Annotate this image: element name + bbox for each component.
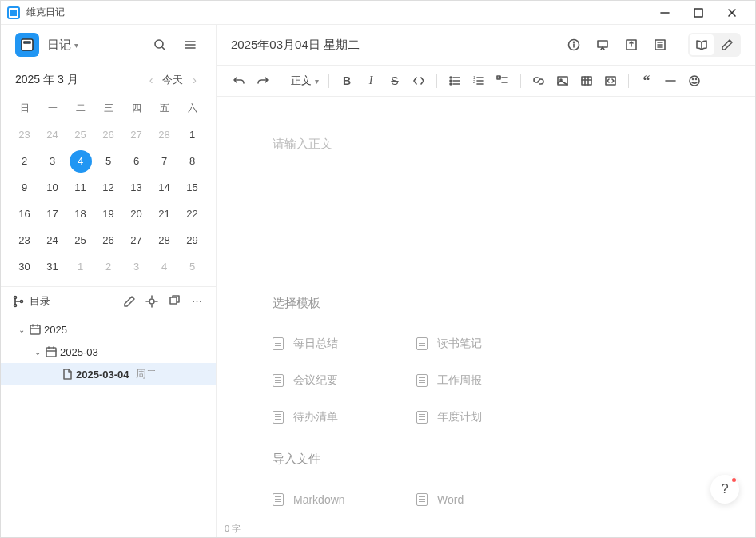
- svg-rect-1: [694, 9, 702, 17]
- calendar-day[interactable]: 28: [150, 122, 178, 148]
- import-item[interactable]: Word: [416, 481, 560, 518]
- tree-file[interactable]: 2025-03-04周二: [1, 363, 216, 385]
- calendar-day[interactable]: 30: [10, 253, 38, 280]
- calendar-day[interactable]: 28: [150, 227, 178, 253]
- calendar-day[interactable]: 25: [66, 227, 94, 253]
- view-read-button[interactable]: [690, 34, 714, 55]
- calendar-day[interactable]: 25: [66, 122, 94, 148]
- calendar-day[interactable]: 12: [94, 174, 122, 201]
- bullet-list-button[interactable]: [444, 70, 466, 92]
- calendar-day[interactable]: 2: [10, 148, 38, 174]
- calendar-day[interactable]: 8: [178, 148, 206, 174]
- calendar-day[interactable]: 21: [150, 201, 178, 227]
- help-button[interactable]: ?: [710, 475, 739, 504]
- calendar-day[interactable]: 4: [150, 253, 178, 280]
- template-item[interactable]: 每日总结: [273, 325, 416, 362]
- template-item[interactable]: 会议纪要: [273, 362, 416, 399]
- calendar-day[interactable]: 16: [10, 201, 38, 227]
- divider-button[interactable]: [659, 70, 682, 92]
- calendar-day[interactable]: 2: [94, 253, 122, 280]
- edit-button[interactable]: [121, 293, 137, 309]
- calendar-next-button[interactable]: ›: [188, 74, 201, 86]
- calendar-day[interactable]: 22: [178, 201, 206, 227]
- task-list-button[interactable]: [491, 70, 514, 92]
- calendar-day[interactable]: 7: [150, 148, 178, 174]
- calendar-day[interactable]: 29: [178, 227, 206, 253]
- copy-button[interactable]: [166, 293, 182, 309]
- calendar-day[interactable]: 11: [66, 174, 94, 201]
- calendar-day[interactable]: 4: [66, 148, 94, 174]
- codeblock-button[interactable]: [599, 70, 622, 92]
- undo-button[interactable]: [228, 70, 250, 92]
- editor-area[interactable]: 请输入正文 选择模板 每日总结读书笔记会议纪要工作周报待办清单年度计划 导入文件…: [217, 97, 755, 520]
- style-dropdown[interactable]: 正文▾: [288, 70, 322, 92]
- calendar-day[interactable]: 27: [122, 122, 150, 148]
- maximize-button[interactable]: [682, 1, 715, 25]
- calendar-day[interactable]: 3: [38, 148, 66, 174]
- view-edit-button[interactable]: [715, 34, 739, 55]
- emoji-button[interactable]: [683, 70, 706, 92]
- calendar-day[interactable]: 20: [122, 201, 150, 227]
- more-button[interactable]: ⋯: [189, 293, 205, 309]
- template-label: Markdown: [293, 493, 345, 506]
- tree-folder[interactable]: ⌄2025: [1, 318, 216, 341]
- redo-button[interactable]: [252, 70, 274, 92]
- calendar-day[interactable]: 17: [38, 201, 66, 227]
- table-button[interactable]: [575, 70, 598, 92]
- quote-button[interactable]: “: [635, 70, 658, 92]
- outline-button[interactable]: [648, 33, 672, 57]
- italic-button[interactable]: I: [360, 70, 382, 92]
- template-item[interactable]: 年度计划: [416, 399, 560, 436]
- calendar-day[interactable]: 19: [94, 201, 122, 227]
- calendar-day[interactable]: 5: [178, 253, 206, 280]
- locate-button[interactable]: [144, 293, 160, 309]
- share-button[interactable]: [619, 33, 643, 57]
- calendar-day[interactable]: 26: [94, 227, 122, 253]
- calendar-day[interactable]: 23: [10, 122, 38, 148]
- link-button[interactable]: [527, 70, 550, 92]
- calendar-day[interactable]: 18: [66, 201, 94, 227]
- calendar: 日一二三四五六 23242526272812345678910111213141…: [1, 95, 216, 286]
- ordered-list-button[interactable]: 12: [468, 70, 490, 92]
- template-item[interactable]: 待办清单: [273, 399, 416, 436]
- calendar-day[interactable]: 24: [38, 227, 66, 253]
- bold-button[interactable]: B: [336, 70, 358, 92]
- template-item[interactable]: 工作周报: [416, 362, 560, 399]
- info-button[interactable]: [562, 33, 586, 57]
- calendar-day[interactable]: 27: [122, 227, 150, 253]
- tree-folder[interactable]: ⌄2025-03: [1, 341, 216, 363]
- import-item[interactable]: 文本文件: [273, 518, 416, 520]
- calendar-today-button[interactable]: 今天: [157, 71, 188, 89]
- present-button[interactable]: [591, 33, 615, 57]
- code-button[interactable]: [408, 70, 430, 92]
- calendar-day[interactable]: 26: [94, 122, 122, 148]
- close-button[interactable]: [715, 1, 749, 25]
- svg-rect-20: [46, 348, 56, 357]
- calendar-day[interactable]: 23: [10, 227, 38, 253]
- calendar-day[interactable]: 1: [178, 122, 206, 148]
- calendar-day[interactable]: 9: [10, 174, 38, 201]
- strikethrough-button[interactable]: S: [384, 70, 406, 92]
- calendar-day[interactable]: 5: [94, 148, 122, 174]
- template-label: 工作周报: [437, 373, 482, 388]
- calendar-day[interactable]: 3: [122, 253, 150, 280]
- calendar-day[interactable]: 15: [178, 174, 206, 201]
- calendar-day[interactable]: 6: [122, 148, 150, 174]
- import-item[interactable]: Markdown: [273, 481, 416, 518]
- calendar-day[interactable]: 14: [150, 174, 178, 201]
- calendar-day[interactable]: 1: [66, 253, 94, 280]
- search-button[interactable]: [149, 34, 171, 56]
- diary-dropdown[interactable]: 日记▾: [47, 38, 141, 53]
- menu-button[interactable]: [179, 34, 201, 56]
- document-icon: [273, 411, 284, 424]
- calendar-day[interactable]: 13: [122, 174, 150, 201]
- calendar-day[interactable]: 24: [38, 122, 66, 148]
- calendar-day[interactable]: 31: [38, 253, 66, 280]
- import-section-title: 导入文件: [273, 452, 699, 467]
- template-item[interactable]: 读书笔记: [416, 325, 560, 362]
- svg-rect-4: [22, 39, 33, 50]
- image-button[interactable]: [551, 70, 574, 92]
- calendar-prev-button[interactable]: ‹: [145, 74, 158, 86]
- minimize-button[interactable]: [648, 1, 682, 25]
- calendar-day[interactable]: 10: [38, 174, 66, 201]
